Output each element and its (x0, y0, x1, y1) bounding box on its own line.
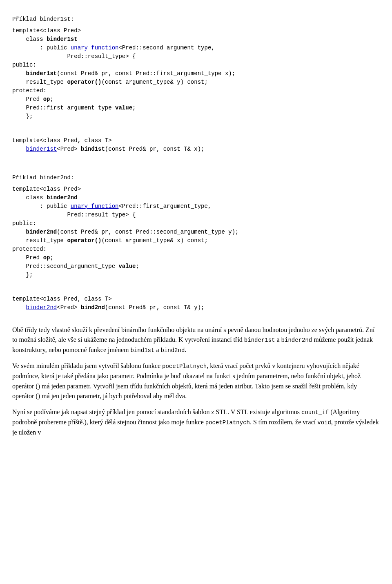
bind2nd-line-1: template<class Pred, class T> (12, 295, 380, 303)
b2-line-1: template<class Pred> (12, 185, 380, 194)
bind1st-template-block: template<class Pred, class T> binder1st<… (12, 136, 380, 154)
code-line-2: class binder1st (12, 35, 380, 44)
inline-code-binder2nd-1: binder2nd (281, 337, 312, 343)
code-line-10: Pred::first_argument_type value; (12, 104, 380, 112)
b2-line-4: Pred::result_type> { (12, 211, 380, 219)
binder1st-code-block: template<class Pred> class binder1st : p… (12, 27, 380, 121)
code-line-6: binder1st(const Pred& pr, const Pred::fi… (12, 69, 380, 78)
unary-function-link-2[interactable]: unary_function (71, 203, 119, 210)
binder2nd-heading: Příklad binder2nd: (12, 172, 380, 183)
inline-code-pocetplatnych-2: pocetPlatnych (205, 419, 250, 426)
b2-line-5: public: (12, 219, 380, 228)
b2-line-7: result_type operator()(const argument_ty… (12, 236, 380, 245)
b2-line-10: Pred::second_argument_type value; (12, 262, 380, 271)
binder1st-link[interactable]: binder1st (26, 146, 57, 152)
bind1st-line-2: binder1st<Pred> bind1st(const Pred& pr, … (12, 145, 380, 154)
code-line-5: public: (12, 61, 380, 69)
b2-line-8: protected: (12, 245, 380, 254)
binder2nd-link[interactable]: binder2nd (26, 304, 57, 311)
code-line-7: result_type operator()(const argument_ty… (12, 78, 380, 87)
code-line-3: : public unary_function<Pred::second_arg… (12, 44, 380, 52)
binder1st-heading: Příklad binder1st: (12, 14, 380, 24)
code-line-4: Pred::result_type> { (12, 52, 380, 61)
bind1st-line-1: template<class Pred, class T> (12, 136, 380, 145)
inline-code-void: void (317, 419, 331, 426)
code-line-11: }; (12, 112, 380, 121)
bind2nd-template-block: template<class Pred, class T> binder2nd<… (12, 295, 380, 312)
inline-code-bind2nd: bind2nd (160, 347, 185, 354)
heading-text-2: Příklad binder2nd: (12, 174, 74, 181)
b2-line-11: }; (12, 271, 380, 279)
main-content: Příklad binder1st: template<class Pred> … (12, 14, 380, 438)
heading-text: Příklad binder1st: (12, 16, 74, 22)
paragraph-1: Obě třídy tedy vlastně slouží k převeden… (12, 325, 380, 355)
bind2nd-line-2: binder2nd<Pred> bind2nd(const Pred& pr, … (12, 303, 380, 312)
b2-line-6: binder2nd(const Pred& pr, const Pred::se… (12, 228, 380, 236)
b2-line-3: : public unary_function<Pred::first_argu… (12, 202, 380, 211)
paragraph-3: Nyní se podíváme jak napsat stejný příkl… (12, 407, 380, 437)
code-line-1: template<class Pred> (12, 27, 380, 35)
unary-function-link-1[interactable]: unary_function (71, 45, 119, 51)
code-line-8: protected: (12, 87, 380, 95)
b2-line-2: class binder2nd (12, 194, 380, 202)
b2-line-9: Pred op; (12, 254, 380, 262)
binder2nd-code-block: template<class Pred> class binder2nd : p… (12, 185, 380, 279)
paragraph-2: Ve svém minulém příkladu jsem vytvořil š… (12, 361, 380, 401)
inline-code-pocetplatnych-1: pocetPlatnych (162, 363, 207, 370)
inline-code-binder1st-1: binder1st (244, 337, 275, 343)
code-line-9: Pred op; (12, 95, 380, 104)
inline-code-countif: count_if (301, 409, 329, 416)
inline-code-bind1st: bind1st (131, 347, 155, 354)
